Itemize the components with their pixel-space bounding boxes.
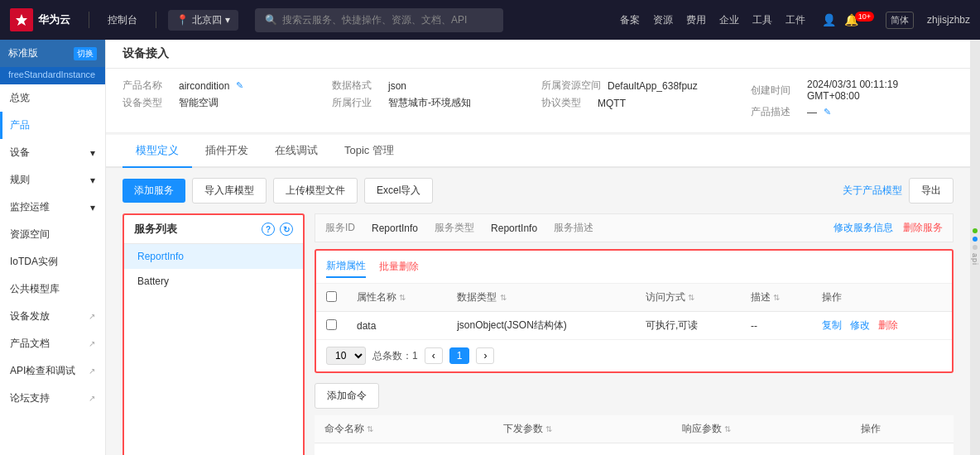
type-sort-icon[interactable]: ⇅: [500, 293, 507, 302]
nav-link-beian[interactable]: 备案: [620, 13, 640, 27]
service-id-label: 服务ID: [325, 221, 355, 235]
language-switch[interactable]: 简体: [886, 12, 914, 29]
prev-page-button[interactable]: ‹: [425, 347, 443, 364]
sidebar-item-rules[interactable]: 规则 ▾: [0, 166, 105, 194]
service-list-panel: 服务列表 ? ↻ ReportInfo Battery: [122, 213, 305, 455]
command-col-action-label: 操作: [861, 423, 881, 434]
excel-import-button[interactable]: Excel导入: [364, 178, 433, 204]
new-attr-tab[interactable]: 新增属性: [326, 256, 366, 278]
command-empty-cell: 📋 暂无表格数据 当前无命令数据，请先添加命令: [315, 443, 954, 456]
location-selector[interactable]: 📍 北京四 ▾: [168, 10, 238, 31]
global-search-bar[interactable]: 🔍 搜索云服务、快捷操作、资源、文档、API: [255, 8, 503, 32]
nav-link-tools[interactable]: 工具: [752, 13, 772, 27]
name-sort-icon[interactable]: ⇅: [399, 293, 406, 302]
export-button[interactable]: 导出: [909, 178, 954, 204]
sidebar-item-overview[interactable]: 总览: [0, 84, 105, 112]
nav-link-resource[interactable]: 资源: [653, 13, 673, 27]
main-content: 设备接入 产品名称 aircondition ✎ 设备类型 智能空调 数据格式 …: [106, 40, 970, 455]
attr-col-name: 属性名称 ⇅: [347, 284, 447, 312]
service-info-icon[interactable]: ?: [262, 223, 275, 236]
next-page-button[interactable]: ›: [476, 347, 494, 364]
sidebar-item-api-debug[interactable]: API检查和调试 ↗: [0, 357, 105, 385]
control-button[interactable]: 控制台: [101, 10, 144, 31]
sidebar-version-label: 标准版: [8, 46, 38, 60]
resource-space-row: 所属资源空间 DefaultApp_638fpuz: [541, 79, 744, 93]
batch-delete-tab[interactable]: 批量删除: [379, 256, 419, 277]
sidebar-item-product-docs[interactable]: 产品文档 ↗: [0, 330, 105, 357]
cmd-name-sort-icon[interactable]: ⇅: [367, 424, 373, 433]
right-indicator-panel: api: [970, 40, 980, 455]
add-service-button[interactable]: 添加服务: [122, 179, 185, 203]
upload-model-button[interactable]: 上传模型文件: [273, 178, 358, 204]
nav-link-enterprise[interactable]: 企业: [719, 13, 739, 27]
access-sort-icon[interactable]: ⇅: [688, 293, 694, 302]
tab-online-debug[interactable]: 在线调试: [262, 135, 331, 168]
username[interactable]: zhjisjzhbz: [927, 14, 970, 26]
desc-sort-icon[interactable]: ⇅: [773, 293, 780, 302]
delete-attr-link[interactable]: 删除: [878, 319, 898, 331]
sidebar-version-tag[interactable]: 切换: [74, 47, 97, 60]
row-checkbox[interactable]: [326, 319, 337, 330]
service-item-reportinfo[interactable]: ReportInfo: [124, 244, 303, 269]
command-col-send-params: 下发参数 ⇅: [493, 415, 672, 443]
attr-table-header-row: 属性名称 ⇅ 数据类型 ⇅ 访问方式 ⇅: [316, 284, 952, 312]
tab-topic-management[interactable]: Topic 管理: [331, 135, 407, 168]
sidebar-item-products[interactable]: 产品: [0, 112, 105, 139]
description-edit-icon[interactable]: ✎: [824, 107, 831, 117]
device-type-label: 设备类型: [122, 96, 172, 110]
location-pin-icon: 📍: [176, 14, 189, 26]
huawei-logo-icon: [10, 8, 33, 31]
delete-service-link[interactable]: 删除服务: [903, 221, 943, 235]
nav-link-artifact[interactable]: 工件: [785, 13, 805, 27]
user-icon[interactable]: 👤: [822, 13, 836, 26]
copy-attr-link[interactable]: 复制: [822, 319, 842, 331]
sidebar-item-public-models[interactable]: 公共模型库: [0, 275, 105, 303]
command-section: 添加命令 命令名称 ⇅ 下发参数: [315, 383, 954, 455]
sidebar-item-forum[interactable]: 论坛支持 ↗: [0, 385, 105, 412]
about-model-button[interactable]: 关于产品模型: [843, 184, 902, 198]
edit-service-info-link[interactable]: 修改服务信息: [833, 221, 893, 235]
sidebar-item-label-rules: 规则: [10, 173, 30, 187]
sidebar-instance[interactable]: freeStandardInstance: [0, 67, 105, 84]
edit-attr-link[interactable]: 修改: [850, 319, 870, 331]
tab-model-definition[interactable]: 模型定义: [122, 135, 192, 168]
bell-icon[interactable]: 🔔10+: [844, 13, 877, 26]
sidebar-item-iotda[interactable]: IoTDA实例: [0, 248, 105, 275]
nav-link-cost[interactable]: 费用: [686, 13, 706, 27]
sidebar-item-resource-space[interactable]: 资源空间: [0, 221, 105, 248]
sidebar-item-monitoring[interactable]: 监控运维 ▾: [0, 194, 105, 221]
cmd-send-sort-icon[interactable]: ⇅: [545, 424, 552, 433]
description-label: 产品描述: [751, 105, 800, 119]
sidebar-item-device-provision[interactable]: 设备发放 ↗: [0, 303, 105, 330]
add-command-button[interactable]: 添加命令: [315, 383, 379, 409]
page-header: 设备接入: [106, 40, 970, 69]
protocol-label: 协议类型: [541, 96, 591, 110]
tab-plugin-dev[interactable]: 插件开发: [192, 135, 262, 168]
external-link-icon-provision: ↗: [89, 312, 95, 321]
sidebar-item-label-api-debug: API检查和调试: [10, 364, 75, 378]
import-model-button[interactable]: 导入库模型: [192, 178, 267, 204]
device-type-value: 智能空调: [179, 96, 219, 110]
row-attr-name: data: [347, 312, 447, 340]
top-nav-icons: 👤 🔔10+ 简体 zhjisjzhbz: [822, 12, 970, 29]
command-col-name-label: 命令名称: [324, 423, 364, 434]
sidebar-item-label-resource-space: 资源空间: [10, 228, 50, 242]
logo-text: 华为云: [38, 12, 70, 27]
command-toolbar: 添加命令: [315, 383, 954, 409]
product-name-edit-icon[interactable]: ✎: [236, 80, 243, 91]
device-info-left-col: 产品名称 aircondition ✎ 设备类型 智能空调: [122, 79, 325, 122]
command-col-action: 操作: [851, 415, 954, 443]
sidebar-item-label-iotda: IoTDA实例: [10, 255, 58, 269]
attr-select-all-checkbox[interactable]: [326, 291, 337, 302]
table-footer: 10 总条数：1 ‹ 1 ›: [316, 340, 952, 371]
device-info-bar: 产品名称 aircondition ✎ 设备类型 智能空调 数据格式 json …: [106, 69, 970, 133]
sidebar-item-devices[interactable]: 设备 ▾: [0, 139, 105, 166]
location-chevron-icon: ▾: [225, 14, 230, 26]
service-refresh-icon[interactable]: ↻: [280, 223, 293, 236]
service-item-battery[interactable]: Battery: [124, 269, 303, 294]
cmd-resp-sort-icon[interactable]: ⇅: [724, 424, 731, 433]
external-link-icon-docs: ↗: [89, 339, 95, 348]
page-size-select[interactable]: 10: [326, 347, 366, 365]
tab-content-model-definition: 添加服务 导入库模型 上传模型文件 Excel导入 关于产品模型 导出 服务列表…: [106, 168, 970, 455]
current-page-button[interactable]: 1: [449, 347, 470, 364]
